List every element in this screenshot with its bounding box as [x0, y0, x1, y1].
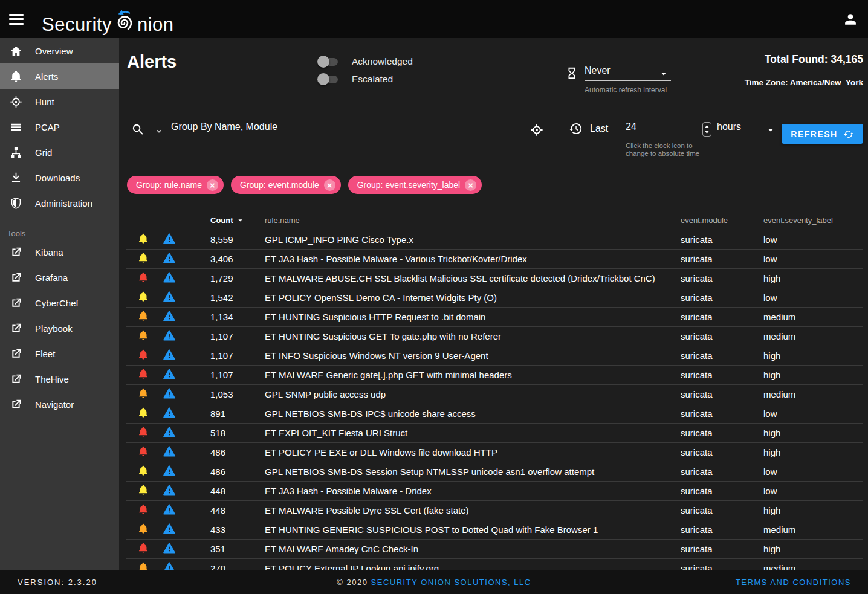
- table-row[interactable]: 1,107 ET HUNTING Suspicious GET To gate.…: [126, 327, 863, 346]
- table-row[interactable]: 1,134 ET HUNTING Suspicious HTTP Request…: [126, 308, 863, 327]
- sidebar-item-overview[interactable]: Overview: [0, 38, 119, 63]
- column-header-rule-name[interactable]: rule.name: [265, 216, 681, 225]
- severity-bell-icon[interactable]: [138, 446, 149, 457]
- user-account-icon[interactable]: [843, 11, 858, 27]
- table-row[interactable]: 8,559 GPL ICMP_INFO PING Cisco Type.x su…: [126, 230, 863, 250]
- severity-bell-icon[interactable]: [138, 233, 149, 244]
- alert-info-icon[interactable]: [163, 407, 175, 419]
- event-module-cell: suricata: [681, 350, 763, 361]
- sidebar-item-grid[interactable]: Grid: [0, 140, 119, 165]
- refresh-interval-select[interactable]: Never: [585, 65, 671, 81]
- severity-bell-icon[interactable]: [138, 543, 149, 554]
- sidebar-item-downloads[interactable]: Downloads: [0, 165, 119, 190]
- rule-name-cell: ET POLICY PE EXE or DLL Windows file dow…: [265, 447, 681, 457]
- group-filter-chip[interactable]: Group: event.severity_label ×: [348, 176, 482, 194]
- group-filter-chip[interactable]: Group: event.module ×: [231, 176, 341, 194]
- search-icon[interactable]: [131, 123, 145, 137]
- table-row[interactable]: 1,053 GPL SNMP public access udp suricat…: [126, 385, 863, 404]
- acknowledged-toggle[interactable]: [317, 56, 339, 68]
- table-row[interactable]: 1,107 ET INFO Suspicious Windows NT vers…: [126, 346, 863, 366]
- table-row[interactable]: 351 ET MALWARE Amadey CnC Check-In suric…: [126, 540, 863, 559]
- severity-bell-icon[interactable]: [138, 485, 149, 496]
- alert-info-icon[interactable]: [163, 310, 175, 322]
- event-module-cell: suricata: [681, 447, 763, 457]
- severity-cell: low: [763, 486, 863, 496]
- solutions-link[interactable]: SECURITY ONION SOLUTIONS, LLC: [371, 578, 531, 587]
- alert-info-icon[interactable]: [163, 349, 175, 361]
- chip-close-icon[interactable]: ×: [207, 179, 218, 191]
- rule-name-cell: ET MALWARE Possible Dyre SSL Cert (fake …: [265, 505, 681, 515]
- severity-bell-icon[interactable]: [138, 311, 149, 321]
- severity-bell-icon[interactable]: [138, 523, 149, 534]
- severity-bell-icon[interactable]: [138, 427, 149, 437]
- sidebar-item-administration[interactable]: Administration: [0, 190, 119, 216]
- severity-bell-icon[interactable]: [138, 388, 149, 399]
- severity-bell-icon[interactable]: [138, 330, 149, 341]
- alert-info-icon[interactable]: [163, 291, 175, 303]
- time-amount-input[interactable]: [624, 118, 701, 138]
- sidebar-item-hunt[interactable]: Hunt: [0, 89, 119, 114]
- table-row[interactable]: 3,406 ET JA3 Hash - Possible Malware - V…: [126, 250, 863, 269]
- alert-info-icon[interactable]: [163, 426, 175, 438]
- alert-info-icon[interactable]: [163, 503, 175, 515]
- column-header-event-module[interactable]: event.module: [681, 216, 763, 225]
- table-row[interactable]: 486 GPL NETBIOS SMB-DS Session Setup NTM…: [126, 462, 863, 482]
- sidebar-item-navigator[interactable]: Navigator: [0, 392, 119, 417]
- time-unit-select[interactable]: hours: [716, 118, 777, 138]
- app-logo[interactable]: Security nion: [42, 3, 174, 36]
- sidebar-item-playbook[interactable]: Playbook: [0, 315, 119, 341]
- terms-link[interactable]: TERMS AND CONDITIONS: [736, 578, 851, 587]
- alert-info-icon[interactable]: [163, 523, 175, 535]
- alert-info-icon[interactable]: [163, 542, 175, 554]
- table-row[interactable]: 1,729 ET MALWARE ABUSE.CH SSL Blacklist …: [126, 269, 863, 288]
- table-row[interactable]: 448 ET MALWARE Possible Dyre SSL Cert (f…: [126, 501, 863, 520]
- alert-info-icon[interactable]: [163, 387, 175, 399]
- severity-bell-icon[interactable]: [138, 369, 149, 379]
- alert-info-icon[interactable]: [163, 465, 175, 477]
- alert-info-icon[interactable]: [163, 329, 175, 341]
- query-chevron-down-icon[interactable]: [154, 126, 164, 136]
- severity-bell-icon[interactable]: [138, 349, 149, 360]
- table-row[interactable]: 486 ET POLICY PE EXE or DLL Windows file…: [126, 443, 863, 462]
- severity-bell-icon[interactable]: [138, 291, 149, 302]
- relative-time-history-icon[interactable]: [568, 121, 583, 136]
- sidebar-item-pcap[interactable]: PCAP: [0, 114, 119, 140]
- alert-info-icon[interactable]: [163, 484, 175, 496]
- query-input[interactable]: [170, 118, 523, 138]
- sidebar-item-cyberchef[interactable]: CyberChef: [0, 290, 119, 315]
- severity-bell-icon[interactable]: [138, 253, 149, 263]
- quick-actions-crosshair-icon[interactable]: [530, 123, 543, 137]
- column-header-severity-label[interactable]: event.severity_label: [763, 216, 863, 225]
- menu-icon[interactable]: [9, 14, 24, 25]
- severity-bell-icon[interactable]: [138, 504, 149, 515]
- table-row[interactable]: 518 ET EXPLOIT_KIT Fiesta URI Struct sur…: [126, 424, 863, 443]
- event-module-cell: suricata: [681, 273, 763, 283]
- time-amount-stepper[interactable]: [702, 122, 711, 137]
- table-row[interactable]: 433 ET HUNTING GENERIC SUSPICIOUS POST t…: [126, 520, 863, 540]
- sidebar-item-alerts[interactable]: Alerts: [0, 63, 119, 89]
- table-row[interactable]: 1,107 ET MALWARE Generic gate[.].php GET…: [126, 366, 863, 385]
- severity-bell-icon[interactable]: [138, 272, 149, 283]
- group-filter-chip[interactable]: Group: rule.name ×: [127, 176, 224, 194]
- refresh-button[interactable]: REFRESH: [782, 124, 863, 144]
- alert-info-icon[interactable]: [163, 368, 175, 380]
- alert-info-icon[interactable]: [163, 271, 175, 283]
- alert-info-icon[interactable]: [163, 233, 175, 245]
- sidebar-item-kibana[interactable]: Kibana: [0, 239, 119, 265]
- chip-close-icon[interactable]: ×: [324, 179, 335, 191]
- rule-name-cell: ET INFO Suspicious Windows NT version 9 …: [265, 350, 681, 361]
- column-header-count[interactable]: Count: [210, 216, 265, 225]
- sidebar-item-grafana[interactable]: Grafana: [0, 265, 119, 290]
- alert-info-icon[interactable]: [163, 252, 175, 264]
- chip-close-icon[interactable]: ×: [465, 179, 476, 191]
- escalated-toggle[interactable]: [317, 73, 339, 85]
- table-row[interactable]: 891 GPL NETBIOS SMB-DS IPC$ unicode shar…: [126, 404, 863, 424]
- sidebar-item-thehive[interactable]: TheHive: [0, 366, 119, 392]
- table-row[interactable]: 448 ET JA3 Hash - Possible Malware - Dri…: [126, 482, 863, 501]
- sidebar-item-fleet[interactable]: Fleet: [0, 341, 119, 366]
- alert-info-icon[interactable]: [163, 445, 175, 457]
- severity-bell-icon[interactable]: [138, 465, 149, 476]
- severity-bell-icon[interactable]: [138, 407, 149, 418]
- table-row[interactable]: 1,542 ET POLICY OpenSSL Demo CA - Intern…: [126, 288, 863, 308]
- rule-name-cell: ET MALWARE Amadey CnC Check-In: [265, 544, 681, 554]
